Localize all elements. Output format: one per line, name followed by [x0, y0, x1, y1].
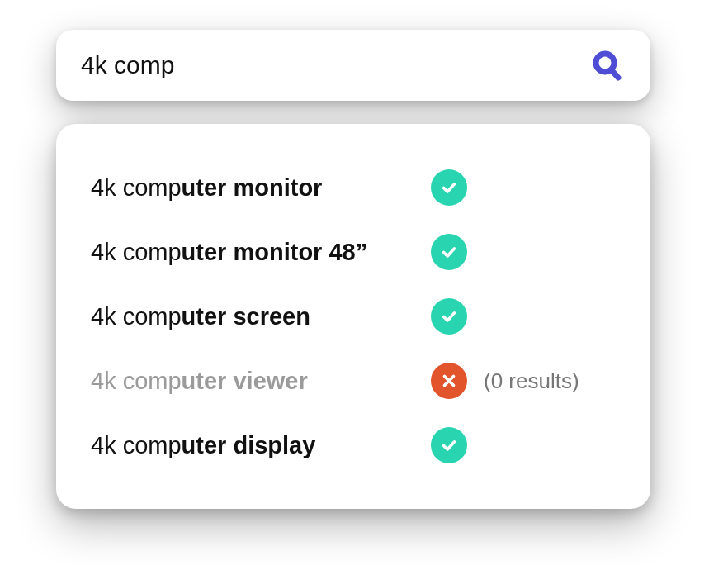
suggestion-text: 4k computer monitor — [91, 174, 431, 202]
suggestion-text: 4k computer display — [91, 432, 431, 459]
suggestion-item[interactable]: 4k computer monitor — [91, 155, 616, 220]
suggestion-text: 4k computer viewer — [91, 368, 431, 395]
search-bar[interactable] — [56, 30, 650, 101]
check-icon — [431, 169, 467, 206]
svg-line-1 — [612, 70, 618, 78]
check-icon — [431, 427, 467, 463]
search-input[interactable] — [81, 51, 589, 79]
suggestion-item[interactable]: 4k computer viewer (0 results) — [91, 349, 616, 413]
suggestion-text: 4k computer screen — [91, 303, 431, 330]
suggestions-panel: 4k computer monitor 4k computer monitor … — [56, 124, 650, 509]
check-icon — [431, 234, 467, 270]
search-button[interactable] — [589, 47, 626, 83]
suggestion-item[interactable]: 4k computer screen — [91, 284, 616, 349]
suggestion-item[interactable]: 4k computer monitor 48” — [91, 220, 616, 284]
suggestion-item[interactable]: 4k computer display — [91, 413, 616, 477]
suggestion-note: (0 results) — [484, 368, 579, 394]
search-icon — [591, 49, 624, 82]
x-icon — [431, 363, 467, 399]
suggestion-text: 4k computer monitor 48” — [91, 239, 431, 266]
check-icon — [431, 298, 467, 335]
